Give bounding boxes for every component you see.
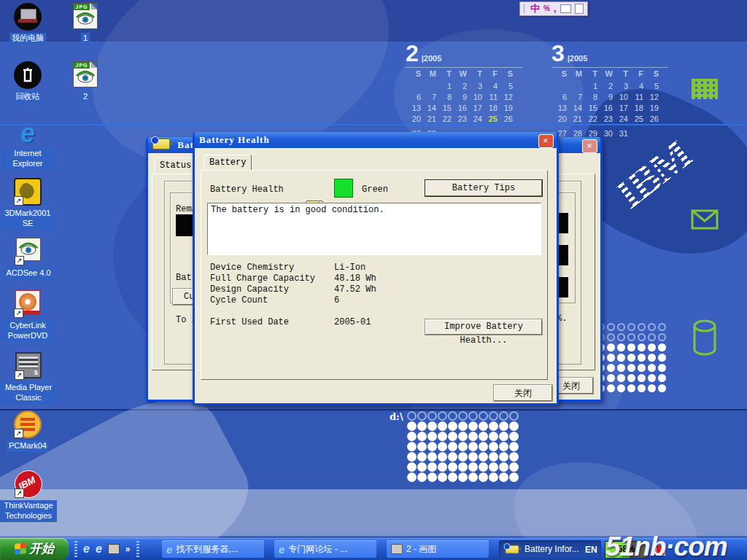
calendar-grid: SMTWTFS123456789101112131415161718192021… bbox=[551, 67, 668, 140]
battery-health-dialog: Battery Health × Battery Battery Health … bbox=[193, 132, 559, 405]
start-button[interactable]: 开始 bbox=[0, 538, 69, 560]
calendar-day: 9 bbox=[452, 93, 467, 104]
row-label-3: Cycle Count bbox=[210, 295, 268, 306]
calendar-day: 23 bbox=[452, 114, 467, 125]
calendar-day: 7 bbox=[567, 93, 582, 104]
calendar-day: 25 bbox=[482, 114, 498, 125]
ime-width-icon[interactable]: % bbox=[543, 3, 550, 15]
dot-grid-bottom bbox=[406, 411, 520, 482]
calendar-day: 18 bbox=[482, 104, 498, 114]
calendar-day: 26 bbox=[643, 114, 659, 125]
calendar-day bbox=[628, 125, 643, 136]
taskbar-task-0[interactable]: e找不到服务器,... bbox=[162, 540, 264, 558]
calendar-day bbox=[643, 125, 659, 136]
health-label: Battery Health bbox=[210, 184, 284, 195]
taskbar-tasks: e找不到服务器,...e专门网论坛 - ...2 - 画图Battery Inf… bbox=[162, 540, 611, 558]
drive-label: d:\ bbox=[390, 411, 403, 422]
ime-toolbar-icon[interactable] bbox=[575, 4, 584, 14]
calendar-day: 13 bbox=[551, 104, 567, 114]
calendar-day: 12 bbox=[498, 93, 513, 104]
ime-drag-handle[interactable] bbox=[524, 4, 527, 13]
calendar-day: 10 bbox=[613, 93, 628, 104]
dialog-close-button[interactable]: 关闭 bbox=[494, 385, 552, 401]
calendar-day: 15 bbox=[582, 104, 597, 114]
ime-bar[interactable]: 中 % , bbox=[519, 1, 588, 16]
calendar-day: 3 bbox=[613, 82, 628, 93]
desktop-file-2[interactable]: JPG 2 bbox=[66, 61, 105, 103]
calendar-day: 6 bbox=[406, 93, 421, 104]
desktop-icon-acdsee[interactable]: ↗ ACDSee 4.0 bbox=[0, 238, 57, 279]
calendar-day: 12 bbox=[643, 93, 659, 104]
desktop-icon-recycle-bin[interactable]: 回收站 bbox=[1, 61, 54, 103]
desktop-icon-media-player-classic[interactable]: s ↗ Media Player Classic bbox=[0, 352, 57, 404]
desktop-icon-my-computer[interactable]: 我的电脑 bbox=[1, 3, 54, 44]
calendar-day: 6 bbox=[551, 93, 567, 104]
row-value-2: 47.52 Wh bbox=[334, 284, 376, 295]
desktop-icon-internet-explorer[interactable]: e Internet Explorer bbox=[1, 118, 54, 170]
cylinder-icon bbox=[692, 319, 718, 356]
quick-launch-show-desktop-icon[interactable] bbox=[108, 544, 120, 554]
ime-punct-icon[interactable]: , bbox=[554, 3, 557, 15]
dialog-titlebar[interactable]: Battery Health × bbox=[195, 132, 557, 148]
calendar-day: 1 bbox=[582, 82, 597, 93]
calendar-march: 3|2005SMTWTFS123456789101112131415161718… bbox=[551, 41, 668, 140]
quick-launch-mail-icon[interactable]: e bbox=[96, 542, 102, 556]
battery-tips-button[interactable]: Battery Tips bbox=[425, 180, 542, 196]
back-window-close-button[interactable]: × bbox=[582, 139, 597, 153]
desktop-icon-pcmark[interactable]: ↗ PCMark04 bbox=[1, 411, 54, 452]
envelope-icon bbox=[691, 209, 719, 230]
calendar-day: 1 bbox=[436, 82, 452, 93]
calendar-day: 5 bbox=[643, 82, 659, 93]
condition-text: The battery is in good condition. bbox=[211, 205, 538, 215]
tab-status[interactable]: Status bbox=[154, 158, 197, 174]
taskbar-task-1[interactable]: e专门网论坛 - ... bbox=[274, 540, 376, 558]
dialog-title: Battery Health bbox=[199, 134, 270, 145]
calendar-day: 15 bbox=[436, 104, 452, 114]
calendar-day: 5 bbox=[498, 82, 513, 93]
calendar-day: 19 bbox=[498, 104, 513, 114]
row-label-2: Design Capacity bbox=[210, 284, 289, 295]
calendar-header: 2|2005 bbox=[406, 41, 522, 67]
dialog-close-icon[interactable]: × bbox=[538, 134, 554, 148]
calendar-day: 14 bbox=[567, 104, 582, 114]
row-value-1: 48.18 Wh bbox=[334, 273, 376, 284]
calendar-day: 9 bbox=[597, 93, 613, 104]
desktop-file-1[interactable]: JPG 1 bbox=[66, 3, 105, 44]
calendar-day: 22 bbox=[582, 114, 597, 125]
calendar-day: 10 bbox=[467, 93, 482, 104]
calendar-day: 11 bbox=[628, 93, 643, 104]
first-used-value: 2005-01 bbox=[334, 317, 371, 327]
calendar-day: 26 bbox=[498, 114, 513, 125]
my-computer-icon bbox=[14, 3, 42, 31]
row-label-1: Full Charge Capacity bbox=[210, 273, 315, 284]
quick-launch-handle[interactable] bbox=[74, 541, 77, 557]
ime-keyboard-icon[interactable] bbox=[560, 4, 571, 13]
health-status-swatch bbox=[334, 179, 353, 198]
calendar-day: 8 bbox=[582, 93, 597, 104]
tab-battery[interactable]: Battery bbox=[204, 155, 252, 171]
calendar-day: 14 bbox=[421, 104, 436, 114]
quick-launch-more-icon[interactable]: » bbox=[125, 544, 131, 554]
pcmark-icon: ↗ bbox=[14, 411, 42, 438]
ie-icon: e bbox=[14, 118, 42, 146]
calendar-day: 2 bbox=[452, 82, 467, 93]
health-status-text: Green bbox=[362, 184, 388, 195]
quick-launch-ie-icon[interactable]: e bbox=[83, 542, 90, 556]
taskbar-task-2[interactable]: 2 - 画图 bbox=[387, 540, 489, 558]
language-indicator[interactable]: EN bbox=[585, 545, 597, 555]
desktop-icon-powerdvd[interactable]: ↗ CyberLink PowerDVD bbox=[1, 290, 54, 342]
watermark: 51nb·com bbox=[605, 532, 727, 560]
ie-icon: e bbox=[166, 543, 172, 556]
calendar-day: 4 bbox=[482, 82, 498, 93]
improve-battery-health-button[interactable]: Improve Battery Health... bbox=[425, 319, 542, 335]
ime-language-icon[interactable]: 中 bbox=[530, 3, 540, 15]
calendar-day: 7 bbox=[421, 93, 436, 104]
desktop: 2|2005SMTWTFS123456789101112131415161718… bbox=[0, 0, 747, 560]
calendar-day bbox=[551, 78, 567, 89]
calendar-day: 31 bbox=[613, 129, 628, 140]
calendar-day: 21 bbox=[421, 114, 436, 125]
calendar-day: 19 bbox=[643, 104, 659, 114]
desktop-icon-thinkvantage[interactable]: IBM ↗ ThinkVantage Technologies bbox=[0, 470, 57, 522]
quick-launch-handle[interactable] bbox=[136, 541, 139, 557]
desktop-icon-3dmark[interactable]: ↗ 3DMark2001 SE bbox=[1, 178, 54, 230]
